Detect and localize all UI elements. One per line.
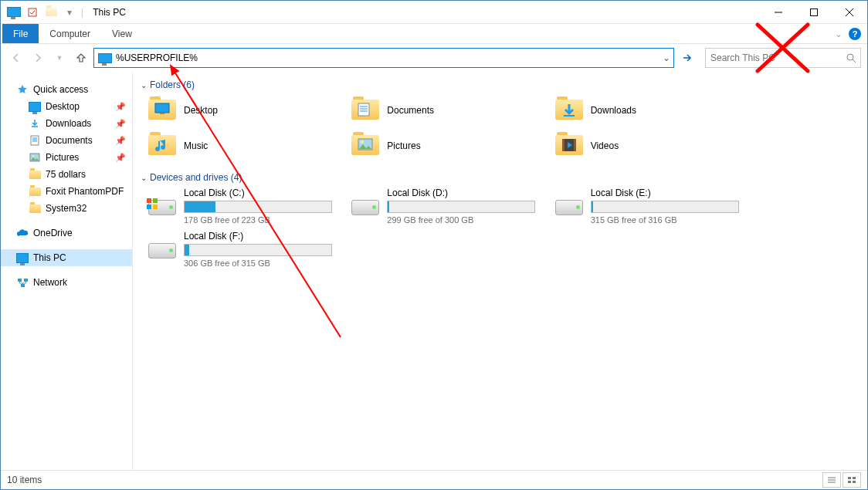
titlebar: ▾ | This PC <box>1 1 867 24</box>
drive-name: Local Disk (F:) <box>184 231 344 242</box>
qat-dropdown[interactable]: ▾ <box>61 4 78 21</box>
drive-item[interactable]: Local Disk (D:)299 GB free of 300 GB <box>351 188 547 225</box>
tab-view[interactable]: View <box>101 24 143 43</box>
star-icon <box>16 83 29 96</box>
this-pc-icon <box>16 252 29 264</box>
folder-icon <box>29 202 41 215</box>
window-title: This PC <box>93 7 126 18</box>
svg-point-12 <box>32 155 34 157</box>
sidebar-item-foxit[interactable]: Foxit PhantomPDF <box>1 183 132 200</box>
folder-icon <box>555 132 583 160</box>
view-details-button[interactable] <box>822 472 841 488</box>
svg-rect-36 <box>853 477 856 479</box>
drive-usage-bar <box>184 201 332 213</box>
maximize-button[interactable] <box>796 1 832 23</box>
sidebar-item-downloads[interactable]: Downloads 📌 <box>1 115 132 132</box>
forward-button[interactable] <box>29 49 47 67</box>
ribbon-expand-icon[interactable]: ⌄ <box>835 29 843 39</box>
close-button[interactable] <box>832 1 867 23</box>
folder-music[interactable]: Music <box>148 130 344 161</box>
svg-rect-29 <box>153 198 158 203</box>
svg-rect-17 <box>160 113 164 114</box>
folder-icon <box>555 96 583 124</box>
nav-pane: Quick access Desktop 📌 Downloads 📌 Docum… <box>1 72 133 470</box>
back-button[interactable] <box>7 49 25 67</box>
search-icon[interactable] <box>842 53 860 63</box>
svg-rect-13 <box>18 279 22 282</box>
svg-rect-14 <box>24 279 28 282</box>
drive-free-text: 306 GB free of 315 GB <box>184 259 344 268</box>
chevron-down-icon: ⌄ <box>141 81 147 90</box>
sidebar-item-desktop[interactable]: Desktop 📌 <box>1 98 132 115</box>
sidebar-item-system32[interactable]: System32 <box>1 200 132 217</box>
sidebar-onedrive[interactable]: OneDrive <box>1 225 132 242</box>
svg-rect-7 <box>31 136 39 145</box>
folder-icon <box>351 132 379 160</box>
drive-item[interactable]: Local Disk (F:)306 GB free of 315 GB <box>148 231 344 268</box>
svg-rect-38 <box>853 481 856 483</box>
drive-icon <box>555 188 583 215</box>
folder-label: Videos <box>591 140 619 151</box>
up-button[interactable] <box>72 49 90 67</box>
folder-pictures[interactable]: Pictures <box>351 130 547 161</box>
ribbon: File Computer View ⌄ ? <box>1 24 867 44</box>
drive-item[interactable]: Local Disk (C:)178 GB free of 223 GB <box>148 188 344 225</box>
folder-videos[interactable]: Videos <box>555 130 751 161</box>
svg-rect-16 <box>155 103 169 113</box>
svg-rect-18 <box>358 103 369 116</box>
pictures-icon <box>29 151 41 164</box>
search-input[interactable] <box>706 52 842 63</box>
sidebar-item-documents[interactable]: Documents 📌 <box>1 132 132 149</box>
svg-rect-15 <box>21 284 25 287</box>
drive-free-text: 315 GB free of 316 GB <box>591 215 751 225</box>
drive-icon <box>148 188 176 215</box>
nav-bar: ▼ ⌄ <box>1 44 867 72</box>
group-folders[interactable]: ⌄ Folders (6) <box>141 75 860 95</box>
svg-rect-31 <box>153 204 158 209</box>
address-bar[interactable]: ⌄ <box>93 48 674 68</box>
drive-name: Local Disk (E:) <box>591 188 751 198</box>
address-history-dropdown[interactable]: ⌄ <box>659 52 673 63</box>
search-box[interactable] <box>705 48 861 68</box>
svg-rect-35 <box>848 477 851 479</box>
address-icon <box>97 50 113 66</box>
address-input[interactable] <box>116 50 659 66</box>
drive-usage-bar <box>184 244 332 256</box>
pin-icon: 📌 <box>115 119 126 129</box>
folder-desktop[interactable]: Desktop <box>148 95 344 126</box>
help-icon[interactable]: ? <box>849 28 861 40</box>
qat-newfolder[interactable] <box>42 4 59 21</box>
downloads-icon <box>29 117 41 130</box>
folder-documents[interactable]: Documents <box>351 95 547 126</box>
folder-icon <box>148 96 176 124</box>
folder-icon <box>351 96 379 124</box>
sidebar-item-pictures[interactable]: Pictures 📌 <box>1 149 132 166</box>
drive-usage-bar <box>591 201 739 213</box>
svg-rect-28 <box>147 198 151 203</box>
svg-rect-22 <box>564 115 575 117</box>
recent-dropdown[interactable]: ▼ <box>50 49 69 67</box>
sidebar-item-75-dollars[interactable]: 75 dollars <box>1 166 132 183</box>
folder-label: Documents <box>387 105 434 116</box>
tab-file[interactable]: File <box>2 24 39 43</box>
status-item-count: 10 items <box>7 475 42 485</box>
svg-rect-26 <box>562 139 565 151</box>
sidebar-network[interactable]: Network <box>1 274 132 291</box>
drive-free-text: 178 GB free of 223 GB <box>184 215 344 225</box>
minimize-button[interactable] <box>761 1 796 23</box>
tab-computer[interactable]: Computer <box>39 24 101 43</box>
sidebar-this-pc[interactable]: This PC <box>1 249 132 266</box>
folder-downloads[interactable]: Downloads <box>555 95 751 126</box>
go-button[interactable] <box>677 48 697 68</box>
onedrive-icon <box>16 227 29 239</box>
svg-line-6 <box>853 59 856 63</box>
pin-icon: 📌 <box>115 102 126 112</box>
svg-rect-37 <box>848 481 851 483</box>
desktop-icon <box>29 100 41 113</box>
group-drives[interactable]: ⌄ Devices and drives (4) <box>141 167 860 188</box>
qat-properties[interactable] <box>24 4 41 21</box>
sidebar-quick-access[interactable]: Quick access <box>1 81 132 98</box>
view-large-button[interactable] <box>843 472 861 488</box>
drive-item[interactable]: Local Disk (E:)315 GB free of 316 GB <box>555 188 751 225</box>
folder-icon <box>148 132 176 160</box>
